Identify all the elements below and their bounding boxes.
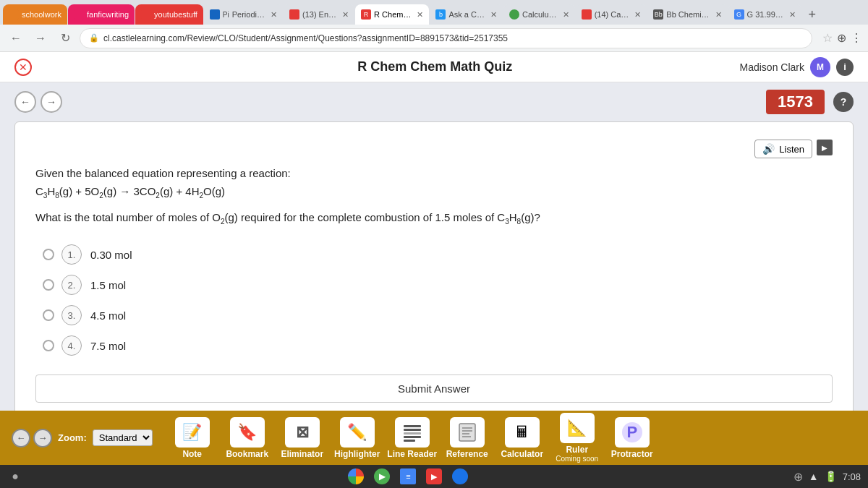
submit-button[interactable]: Submit Answer	[35, 374, 833, 403]
eliminator-label: Eliminator	[281, 449, 323, 459]
reload-button[interactable]: ↻	[55, 28, 75, 48]
radio-3[interactable]	[43, 309, 54, 321]
bookmark-label: Bookmark	[226, 449, 268, 459]
tab-favicon-periodic	[210, 9, 220, 20]
linereader-icon	[402, 422, 422, 442]
tab-yt13[interactable]: (13) En… ✕	[284, 4, 354, 25]
tab-aska[interactable]: b Ask a C… ✕	[430, 4, 503, 25]
tool-calculator[interactable]: 🖩 Calculator	[497, 417, 548, 459]
page-header: ✕ R Chem Chem Math Quiz Madison Clark M …	[0, 52, 868, 82]
tab-calculus[interactable]: Calculu… ✕	[503, 4, 575, 25]
play-store-icon[interactable]: ▶	[374, 468, 390, 484]
tool-bookmark[interactable]: 🔖 Bookmark	[222, 417, 273, 459]
tab-periodic[interactable]: Pi Periodi… ✕	[204, 4, 283, 25]
radio-4[interactable]	[43, 340, 54, 351]
listen-row: 🔊 Listen ▶	[35, 140, 833, 158]
highlighter-icon: ✏️	[347, 423, 367, 442]
tab-close-yt14[interactable]: ✕	[634, 10, 641, 20]
help-button[interactable]: ?	[833, 92, 854, 112]
radio-1[interactable]	[43, 249, 54, 260]
extensions-icon[interactable]: ⊕	[837, 31, 846, 45]
zoom-prev-button[interactable]: ←	[12, 429, 30, 448]
tab-label-fanficwriting: fanficwriting	[87, 10, 129, 19]
tab-close-yt13[interactable]: ✕	[342, 10, 349, 20]
option-text-2: 1.5 mol	[90, 279, 126, 291]
tab-bar: schoolwork fanficwriting youtubestuff Pi…	[0, 0, 868, 25]
tab-favicon-yt14	[582, 9, 592, 20]
tool-eliminator[interactable]: ⊠ Eliminator	[277, 417, 328, 459]
chrome-icon[interactable]	[348, 468, 364, 484]
option-text-1: 0.30 mol	[90, 249, 132, 261]
back-button[interactable]: ←	[6, 28, 26, 48]
circle-dot-icon[interactable]: ●	[7, 468, 23, 484]
option-text-3: 4.5 mol	[90, 309, 126, 322]
tab-youtubestuff[interactable]: youtubestuff	[135, 4, 203, 25]
tab-schoolwork[interactable]: schoolwork	[3, 4, 67, 25]
tool-ruler[interactable]: 📐 Ruler Coming soon	[552, 413, 603, 463]
tab-yt14[interactable]: (14) Ca… ✕	[576, 4, 647, 25]
calculator-icon-wrap: 🖩	[505, 417, 540, 448]
tab-g31[interactable]: G G 31.99… ✕	[728, 4, 801, 25]
tool-linereader[interactable]: Line Reader	[387, 417, 438, 459]
play-button[interactable]: ▶	[817, 140, 833, 155]
tab-close-aska[interactable]: ✕	[490, 10, 497, 20]
os-taskbar: ● ▶ ≡ ▶ ⊕ ▲ 🔋 7:08	[0, 465, 868, 488]
next-button[interactable]: →	[41, 91, 62, 113]
tab-close-calculus[interactable]: ✕	[563, 10, 569, 20]
svg-rect-2	[404, 432, 421, 435]
answer-option-4[interactable]: 4. 7.5 mol	[35, 331, 833, 360]
option-number-3: 3.	[68, 310, 76, 321]
highlighter-icon-wrap: ✏️	[340, 417, 375, 448]
tab-close-bbchem[interactable]: ✕	[715, 10, 722, 20]
taskbar-center: ▶ ≡ ▶	[348, 468, 468, 484]
tab-favicon-aska: b	[435, 9, 446, 20]
blue-circle-icon[interactable]	[452, 468, 468, 484]
tab-bbchem[interactable]: Bb Bb Chemi… ✕	[647, 4, 727, 25]
tab-close-rchem[interactable]: ✕	[417, 10, 423, 20]
bookmark-star-icon[interactable]: ☆	[822, 31, 833, 45]
tab-fanficwriting[interactable]: fanficwriting	[68, 4, 135, 25]
radio-2[interactable]	[43, 279, 54, 291]
new-tab-button[interactable]: +	[802, 4, 822, 25]
answer-option-3[interactable]: 3. 4.5 mol	[35, 301, 833, 330]
reference-icon-wrap	[450, 417, 485, 448]
eliminator-icon-wrap: ⊠	[285, 417, 320, 448]
answer-option-1[interactable]: 1. 0.30 mol	[35, 240, 833, 269]
listen-button[interactable]: 🔊 Listen	[754, 140, 812, 158]
tool-highlighter[interactable]: ✏️ Highlighter	[332, 417, 383, 459]
tool-protractor[interactable]: P Protractor	[607, 417, 658, 459]
prev-button[interactable]: ←	[14, 91, 36, 113]
tool-reference[interactable]: Reference	[442, 417, 493, 459]
zoom-next-button[interactable]: →	[33, 429, 52, 448]
answer-option-2[interactable]: 2. 1.5 mol	[35, 270, 833, 299]
option-number-1: 1.	[68, 249, 76, 260]
exit-button[interactable]: ✕	[14, 59, 32, 76]
option-number-2: 2.	[68, 280, 76, 291]
tab-close-periodic[interactable]: ✕	[271, 10, 277, 20]
bookmark-icon-wrap: 🔖	[230, 417, 265, 448]
tab-close-g31[interactable]: ✕	[789, 10, 796, 20]
tool-note[interactable]: 📝 Note	[167, 417, 218, 459]
tab-favicon-yt13	[289, 9, 299, 20]
tab-favicon-rchem: R	[361, 9, 371, 20]
forward-button[interactable]: →	[30, 28, 51, 48]
url-text: cl.castlelearning.com/Review/CLO/Student…	[103, 33, 508, 43]
calculator-label: Calculator	[501, 449, 543, 459]
tab-rchem[interactable]: R R Chem… ✕	[355, 4, 429, 25]
wifi-icon: ▲	[809, 471, 819, 482]
zoom-section: ← → Zoom: Standard Large X-Large	[12, 429, 153, 448]
help-label: ?	[841, 96, 847, 108]
menu-dots-icon[interactable]: ⋮	[851, 31, 862, 45]
option-number-4: 4.	[68, 341, 76, 351]
question-intro: Given the balanced equation representing…	[35, 167, 833, 179]
score-row: 1573 ?	[766, 90, 854, 114]
zoom-select[interactable]: Standard Large X-Large	[93, 429, 153, 446]
docs-icon[interactable]: ≡	[400, 468, 416, 484]
option-num-2: 2.	[61, 275, 82, 295]
add-icon[interactable]: ⊕	[793, 470, 803, 484]
tab-favicon-calculus	[509, 9, 519, 20]
url-bar[interactable]: 🔒 cl.castlelearning.com/Review/CLO/Stude…	[80, 28, 812, 48]
youtube-os-icon[interactable]: ▶	[426, 468, 442, 484]
tab-label-calculus: Calculu…	[522, 10, 557, 19]
info-button[interactable]: i	[836, 59, 854, 76]
